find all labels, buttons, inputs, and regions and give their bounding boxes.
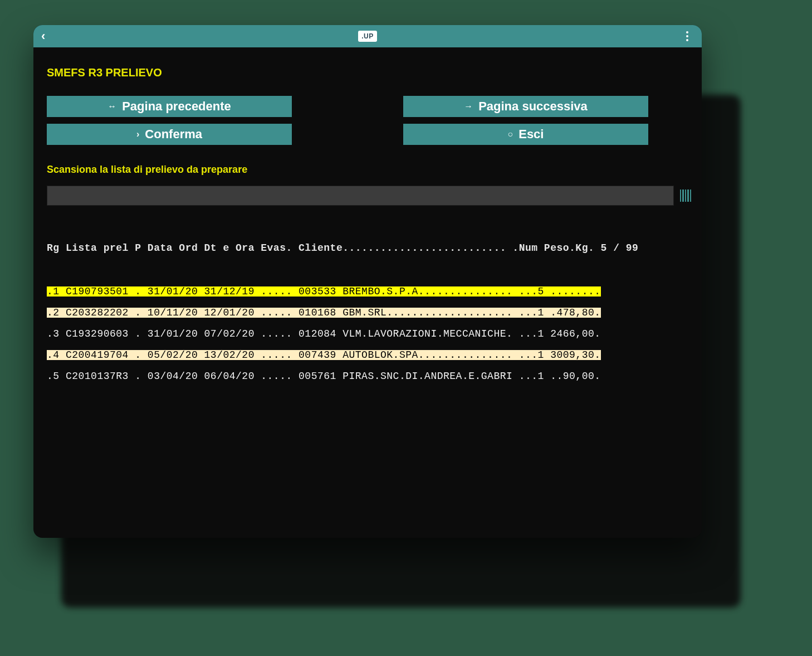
picking-list: Rg Lista prel P Data Ord Dt e Ora Evas. … <box>43 220 692 410</box>
exit-button[interactable]: ○ Esci <box>403 124 648 145</box>
app-window: ‹ .UP SMEFS R3 PRELIEVO ↔ Pagina precede… <box>33 25 702 538</box>
list-row[interactable]: .5 C2010137R3 . 03/04/20 06/04/20 ..... … <box>47 368 692 384</box>
list-row[interactable]: .3 C193290603 . 31/01/20 07/02/20 ..... … <box>47 326 692 342</box>
app-logo: .UP <box>358 31 377 42</box>
page-title: SMEFS R3 PRELIEVO <box>47 66 692 79</box>
next-page-button[interactable]: → Pagina successiva <box>403 96 648 117</box>
arrow-left-icon: ↔ <box>107 101 116 111</box>
next-page-label: Pagina successiva <box>478 99 588 114</box>
barcode-scan-icon[interactable] <box>679 187 692 205</box>
list-header: Rg Lista prel P Data Ord Dt e Ora Evas. … <box>47 240 692 256</box>
back-button[interactable]: ‹ <box>41 29 45 43</box>
list-row[interactable]: .4 C200419704 . 05/02/20 13/02/20 ..... … <box>47 347 692 363</box>
confirm-label: Conferma <box>145 127 202 142</box>
prev-page-label: Pagina precedente <box>122 99 231 114</box>
instruction-text: Scansiona la lista di prelievo da prepar… <box>47 164 692 176</box>
titlebar: ‹ .UP <box>33 25 702 47</box>
list-row-text: .4 C200419704 . 05/02/20 13/02/20 ..... … <box>47 350 601 360</box>
list-row-text: .3 C193290603 . 31/01/20 07/02/20 ..... … <box>47 328 601 339</box>
prev-page-button[interactable]: ↔ Pagina precedente <box>47 96 292 117</box>
arrow-right-icon: → <box>464 101 473 111</box>
exit-label: Esci <box>518 127 544 142</box>
caret-right-icon: › <box>136 129 139 139</box>
scan-input[interactable] <box>47 186 674 206</box>
list-row-text: .2 C203282202 . 10/11/20 12/01/20 ..... … <box>47 308 601 318</box>
list-row-text: .5 C2010137R3 . 03/04/20 06/04/20 ..... … <box>47 371 601 382</box>
list-row[interactable]: .2 C203282202 . 10/11/20 12/01/20 ..... … <box>47 305 692 320</box>
menu-kebab-icon[interactable] <box>681 30 694 43</box>
confirm-button[interactable]: › Conferma <box>47 124 292 145</box>
circle-icon: ○ <box>508 129 513 139</box>
list-row-text: .1 C190793501 . 31/01/20 31/12/19 ..... … <box>47 286 601 297</box>
list-row[interactable]: .1 C190793501 . 31/01/20 31/12/19 ..... … <box>47 284 692 299</box>
